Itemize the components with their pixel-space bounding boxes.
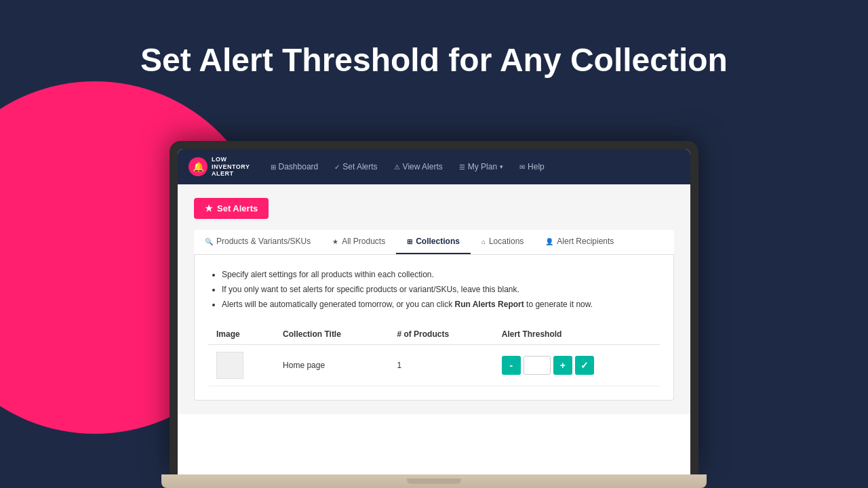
nav-view-alerts-label: View Alerts — [403, 162, 443, 171]
nav-dashboard[interactable]: ⊞ Dashboard — [264, 158, 326, 176]
tab-locations[interactable]: ⌂ Locations — [471, 230, 534, 254]
view-alerts-icon: ⚠ — [394, 163, 400, 171]
dashboard-icon: ⊞ — [271, 163, 276, 171]
laptop-notch — [407, 479, 461, 484]
cell-num-products: 1 — [389, 345, 493, 386]
set-alerts-btn-label: Set Alerts — [217, 203, 258, 214]
collections-icon: ⊞ — [407, 238, 412, 245]
table-header-row: Image Collection Title # of Products Ale… — [208, 324, 660, 345]
info-item-3: Alerts will be automatically generated t… — [222, 298, 660, 310]
tab-collections[interactable]: ⊞ Collections — [396, 230, 471, 254]
decrement-button[interactable]: - — [502, 356, 521, 375]
nav-view-alerts[interactable]: ⚠ View Alerts — [387, 158, 450, 176]
laptop-frame: 🔔 LOW INVENTORY ALERT ⊞ Dashboard ✓ Set … — [170, 141, 698, 474]
app-navbar: 🔔 LOW INVENTORY ALERT ⊞ Dashboard ✓ Set … — [178, 149, 690, 184]
table-body: Home page 1 - + — [208, 345, 660, 386]
info-list: Specify alert settings for all products … — [208, 268, 660, 310]
chevron-down-icon: ▾ — [500, 163, 503, 170]
nav-help-label: Help — [528, 162, 545, 171]
cell-collection-title: Home page — [275, 345, 389, 386]
col-alert-threshold: Alert Threshold — [494, 324, 660, 345]
my-plan-icon: ☰ — [459, 163, 465, 171]
col-image: Image — [208, 324, 275, 345]
tab-products-variants[interactable]: 🔍 Products & Variants/SKUs — [194, 230, 321, 254]
increment-button[interactable]: + — [553, 356, 572, 375]
nav-dashboard-label: Dashboard — [279, 162, 319, 171]
threshold-input[interactable] — [524, 356, 551, 375]
tab-locations-label: Locations — [489, 237, 524, 246]
table-row: Home page 1 - + — [208, 345, 660, 386]
nav-my-plan[interactable]: ☰ My Plan ▾ — [452, 158, 510, 176]
cell-alert-threshold: - + ✓ — [494, 345, 660, 386]
app-content: ★ Set Alerts 🔍 Products & Variants/SKUs … — [178, 184, 690, 414]
products-variants-icon: 🔍 — [205, 238, 213, 245]
confirm-button[interactable]: ✓ — [575, 356, 594, 375]
alert-recipients-icon: 👤 — [545, 238, 553, 245]
brand-icon: 🔔 — [189, 157, 208, 176]
all-products-icon: ★ — [332, 238, 338, 245]
brand-icon-symbol: 🔔 — [193, 161, 204, 172]
tab-all-products[interactable]: ★ All Products — [321, 230, 396, 254]
tab-alert-recipients[interactable]: 👤 Alert Recipients — [534, 230, 625, 254]
laptop-screen: 🔔 LOW INVENTORY ALERT ⊞ Dashboard ✓ Set … — [178, 149, 690, 474]
set-alerts-btn-icon: ★ — [205, 203, 213, 214]
nav-my-plan-label: My Plan — [468, 162, 497, 171]
info-item-1: Specify alert settings for all products … — [222, 268, 660, 281]
brand-logo: 🔔 LOW INVENTORY ALERT — [189, 156, 250, 178]
collections-table: Image Collection Title # of Products Ale… — [208, 324, 660, 386]
run-alerts-report-link[interactable]: Run Alerts Report — [454, 300, 524, 309]
col-num-products: # of Products — [389, 324, 493, 345]
nav-set-alerts[interactable]: ✓ Set Alerts — [328, 158, 384, 176]
cell-image — [208, 345, 275, 386]
threshold-controls: - + ✓ — [502, 356, 652, 375]
set-alerts-button[interactable]: ★ Set Alerts — [194, 198, 269, 219]
tab-alert-recipients-label: Alert Recipients — [557, 237, 614, 246]
num-products-value: 1 — [397, 361, 401, 370]
help-icon: ✉ — [519, 163, 525, 171]
laptop-base — [161, 474, 707, 488]
tabs-container: 🔍 Products & Variants/SKUs ★ All Product… — [194, 230, 674, 255]
tab-products-variants-label: Products & Variants/SKUs — [216, 237, 311, 246]
table-header: Image Collection Title # of Products Ale… — [208, 324, 660, 345]
col-collection-title: Collection Title — [275, 324, 389, 345]
tab-all-products-label: All Products — [342, 237, 385, 246]
brand-text: LOW INVENTORY ALERT — [212, 156, 250, 178]
page-main-heading: Set Alert Threshold for Any Collection — [0, 41, 868, 80]
main-panel: Specify alert settings for all products … — [194, 255, 674, 401]
collection-title-value: Home page — [283, 361, 325, 370]
tab-collections-label: Collections — [416, 237, 460, 246]
info-item-2: If you only want to set alerts for speci… — [222, 283, 660, 296]
collection-image-placeholder — [216, 352, 243, 379]
nav-set-alerts-label: Set Alerts — [342, 162, 377, 171]
locations-icon: ⌂ — [481, 238, 486, 245]
set-alerts-icon: ✓ — [334, 163, 340, 171]
nav-help[interactable]: ✉ Help — [513, 158, 551, 176]
laptop-mockup: 🔔 LOW INVENTORY ALERT ⊞ Dashboard ✓ Set … — [170, 141, 698, 488]
